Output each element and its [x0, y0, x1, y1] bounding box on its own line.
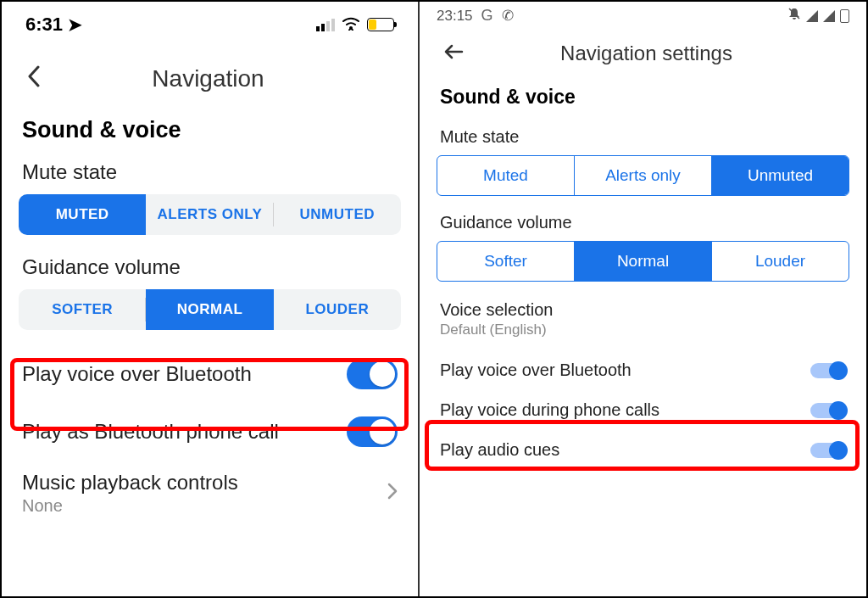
- seg-muted[interactable]: MUTED: [19, 194, 146, 235]
- seg-alerts-only[interactable]: Alerts only: [575, 156, 712, 195]
- seg-unmuted[interactable]: UNMUTED: [274, 194, 401, 235]
- ios-panel: 6:31 ➤ Navigation Sound & voice Mute sta…: [2, 2, 420, 596]
- toggle-switch[interactable]: [810, 363, 846, 378]
- row-label: Music playback controls: [22, 471, 238, 495]
- back-button[interactable]: [19, 64, 49, 93]
- guidance-volume-segment: SOFTER NORMAL LOUDER: [19, 289, 401, 330]
- section-heading: Sound & voice: [420, 81, 866, 124]
- wifi-icon: [342, 15, 360, 35]
- voice-selection-row[interactable]: Voice selection Default (English): [420, 295, 866, 350]
- google-icon: G: [481, 7, 493, 25]
- cellular-icon: [806, 10, 818, 22]
- play-voice-bluetooth-row[interactable]: Play voice over Bluetooth: [2, 345, 418, 403]
- status-time: 6:31: [25, 14, 63, 36]
- cellular-icon: [316, 19, 335, 31]
- battery-icon: [840, 9, 849, 23]
- row-label: Play audio cues: [440, 440, 559, 460]
- mute-state-segment: MUTED ALERTS ONLY UNMUTED: [19, 194, 401, 235]
- svg-point-0: [349, 26, 353, 30]
- row-value: Default (English): [440, 321, 846, 338]
- play-audio-cues-row[interactable]: Play audio cues: [420, 430, 866, 470]
- section-heading: Sound & voice: [2, 110, 418, 155]
- seg-softer[interactable]: SOFTER: [19, 289, 146, 330]
- seg-normal[interactable]: Normal: [575, 242, 712, 281]
- row-label: Play voice over Bluetooth: [440, 360, 632, 380]
- toggle-switch[interactable]: [347, 416, 398, 447]
- guidance-volume-label: Guidance volume: [420, 210, 866, 241]
- seg-muted[interactable]: Muted: [437, 156, 575, 195]
- cellular-icon-2: [823, 10, 835, 22]
- toggle-switch[interactable]: [810, 403, 846, 418]
- header: Navigation settings: [420, 26, 866, 81]
- play-as-bt-call-row[interactable]: Play as Bluetooth phone call: [2, 403, 418, 461]
- status-bar-android: 23:15 G ✆: [420, 2, 866, 26]
- play-voice-during-calls-row[interactable]: Play voice during phone calls: [420, 390, 866, 430]
- mute-state-label: Mute state: [420, 124, 866, 155]
- seg-louder[interactable]: Louder: [712, 242, 849, 281]
- chevron-right-icon: [387, 483, 398, 505]
- battery-icon: [367, 18, 394, 31]
- phone-icon: ✆: [502, 7, 514, 25]
- guidance-volume-label: Guidance volume: [2, 250, 418, 289]
- seg-alerts-only[interactable]: ALERTS ONLY: [146, 194, 273, 235]
- row-label: Voice selection: [440, 300, 846, 320]
- page-title: Navigation: [49, 65, 367, 92]
- seg-softer[interactable]: Softer: [437, 242, 575, 281]
- mute-state-segment: Muted Alerts only Unmuted: [437, 155, 849, 196]
- toggle-switch[interactable]: [810, 443, 846, 458]
- seg-unmuted[interactable]: Unmuted: [712, 156, 849, 195]
- location-icon: ➤: [68, 14, 82, 35]
- row-label: Play as Bluetooth phone call: [22, 420, 279, 444]
- row-label: Play voice during phone calls: [440, 400, 659, 420]
- back-button[interactable]: [438, 42, 469, 65]
- header: Navigation: [2, 44, 418, 110]
- play-voice-bluetooth-row[interactable]: Play voice over Bluetooth: [420, 350, 866, 390]
- status-bar-ios: 6:31 ➤: [2, 2, 418, 44]
- seg-normal[interactable]: NORMAL: [146, 289, 273, 330]
- page-title: Navigation settings: [469, 42, 824, 65]
- guidance-volume-segment: Softer Normal Louder: [437, 241, 849, 282]
- notification-off-icon: [787, 7, 801, 25]
- row-value: None: [22, 496, 238, 516]
- seg-louder[interactable]: LOUDER: [274, 289, 401, 330]
- music-playback-row[interactable]: Music playback controls None: [2, 461, 418, 526]
- row-label: Play voice over Bluetooth: [22, 362, 252, 386]
- mute-state-label: Mute state: [2, 155, 418, 194]
- status-time: 23:15: [437, 8, 473, 25]
- toggle-switch[interactable]: [347, 359, 398, 389]
- android-panel: 23:15 G ✆ Navigation settings Sound & vo…: [420, 2, 866, 596]
